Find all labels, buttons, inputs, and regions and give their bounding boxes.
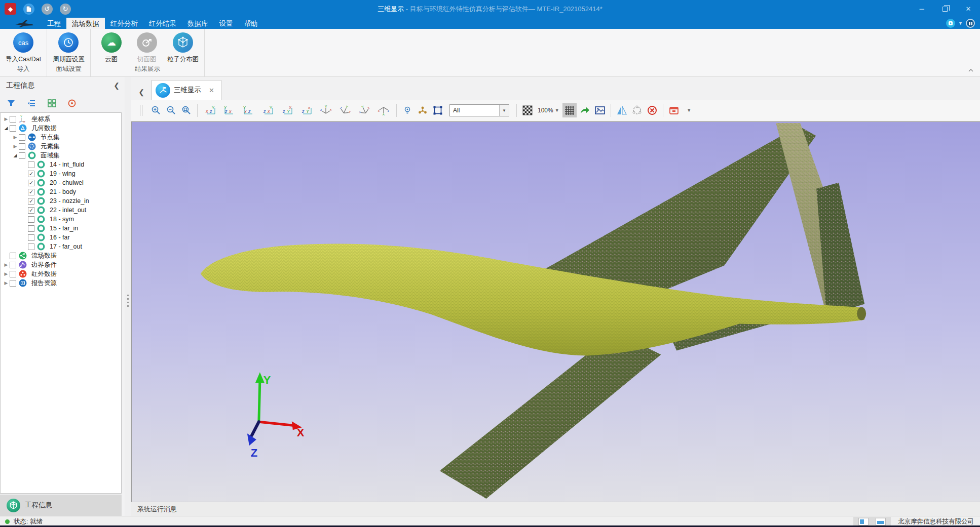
tree-checkbox[interactable]: ✓ — [28, 198, 34, 205]
minimize-button[interactable]: ─ — [910, 0, 933, 18]
tree-item-label[interactable]: 流场数据 — [31, 252, 57, 260]
tree-checkbox[interactable] — [28, 225, 34, 232]
expander-icon[interactable]: ▶ — [3, 116, 10, 121]
view-top-button[interactable]: zYX — [278, 103, 296, 117]
zoom-level-dropdown[interactable]: 100%▼ — [536, 103, 561, 117]
tree-item-label[interactable]: 16 - far — [50, 234, 70, 241]
ribbon-button[interactable]: 周期面设置 — [50, 31, 87, 64]
particle-nodes-button[interactable] — [416, 103, 430, 117]
tree-checkbox[interactable] — [10, 280, 16, 287]
view-left-button[interactable]: xzY — [240, 103, 258, 117]
tree-checkbox[interactable] — [19, 152, 25, 159]
lasso-button[interactable] — [630, 103, 644, 117]
tree-item-label[interactable]: 23 - nozzle_in — [50, 197, 89, 205]
close-button[interactable]: ✕ — [957, 0, 980, 18]
layout-split-vertical-icon[interactable] — [858, 518, 869, 525]
filter-icon[interactable] — [6, 98, 16, 108]
panel-bottom-tab[interactable]: 工程信息 — [0, 495, 122, 516]
menu-item-3[interactable]: 红外分析 — [105, 18, 143, 29]
tree-checkbox[interactable] — [28, 216, 34, 223]
tree-checkbox[interactable]: ✓ — [28, 207, 34, 214]
layout-icon[interactable] — [966, 19, 975, 28]
light-probe-button[interactable] — [400, 103, 414, 117]
theme-dropdown-caret[interactable]: ▼ — [958, 21, 963, 26]
restore-button[interactable] — [933, 0, 957, 18]
expander-icon[interactable]: ▶ — [12, 144, 19, 149]
view-iso-4-button[interactable]: Yzx — [374, 103, 393, 117]
tree-item-label[interactable]: 15 - far_in — [50, 225, 78, 232]
layout-split-horizontal-icon[interactable] — [876, 518, 886, 525]
tree-item-label[interactable]: 面域集 — [41, 151, 60, 160]
tree-checkbox[interactable]: ✓ — [28, 171, 34, 177]
view-iso-2-button[interactable]: Yzx — [336, 103, 354, 117]
panel-splitter[interactable] — [125, 77, 131, 516]
tree-checkbox[interactable] — [10, 262, 16, 268]
zoom-out-button[interactable] — [164, 103, 178, 117]
menu-item-5[interactable]: 数据库 — [182, 18, 214, 29]
menu-item-1[interactable]: 工程 — [42, 18, 66, 29]
tree-item-label[interactable]: 17 - far_out — [50, 243, 82, 250]
tab-3d-view[interactable]: 三维显示 ✕ — [152, 80, 221, 100]
ribbon-collapse-button[interactable] — [968, 65, 974, 74]
ribbon-button[interactable]: cas导入Cas/Dat — [3, 31, 44, 64]
redo-icon[interactable]: ↻ — [60, 4, 71, 15]
panel-collapse-icon[interactable]: ❮ — [114, 82, 120, 90]
combo-dropdown-icon[interactable]: ▼ — [499, 105, 509, 116]
tree-checkbox[interactable] — [19, 143, 25, 150]
view-zx-button[interactable]: zxY — [220, 103, 239, 117]
box-select-button[interactable] — [431, 103, 445, 117]
expander-icon[interactable]: ▶ — [3, 280, 10, 286]
menu-item-7[interactable]: 帮助 — [239, 18, 263, 29]
view-right-button[interactable]: zxY — [259, 103, 277, 117]
outline-list-icon[interactable] — [26, 98, 36, 108]
view-iso-1-button[interactable]: Yzx — [317, 103, 335, 117]
tab-scroll-left-icon[interactable]: ❮ — [131, 85, 152, 100]
view-bottom-button[interactable]: zYx — [297, 103, 316, 117]
record-dropdown-caret[interactable]: ▼ — [682, 103, 696, 117]
mesh-toggle-button[interactable] — [562, 103, 577, 117]
tree-item-label[interactable]: 20 - chuiwei — [50, 179, 84, 186]
tree-item-label[interactable]: 节点集 — [41, 133, 60, 142]
tree-checkbox[interactable] — [10, 271, 16, 277]
new-file-icon[interactable] — [23, 4, 34, 15]
tree-item-label[interactable]: 18 - sym — [50, 216, 74, 223]
export-arrow-button[interactable] — [578, 103, 592, 117]
tree-checkbox[interactable] — [28, 234, 34, 241]
menu-item-4[interactable]: 红外结果 — [143, 18, 182, 29]
mirror-button[interactable] — [615, 103, 629, 117]
tree-item-label[interactable]: 红外数据 — [31, 270, 57, 278]
record-box-button[interactable] — [667, 103, 681, 117]
tree-item-label[interactable]: 14 - int_fluid — [50, 161, 84, 168]
tree-item-label[interactable]: 22 - inlet_out — [50, 207, 86, 214]
expander-icon[interactable]: ▶ — [3, 262, 10, 267]
expander-icon[interactable]: ◢ — [3, 126, 10, 131]
tree-checkbox[interactable] — [28, 161, 34, 168]
toolbar-drag-handle[interactable] — [134, 103, 148, 117]
tree-checkbox[interactable] — [10, 125, 16, 132]
view-xz-button[interactable]: xzY — [201, 103, 219, 117]
tree-item-label[interactable]: 报告资源 — [31, 279, 57, 288]
tree-checkbox[interactable] — [19, 134, 25, 141]
expander-icon[interactable]: ◢ — [12, 153, 19, 158]
tree-item-label[interactable]: 21 - body — [50, 188, 76, 195]
tree-checkbox[interactable]: ✓ — [28, 189, 34, 195]
tab-close-icon[interactable]: ✕ — [209, 87, 214, 94]
tree-checkbox[interactable] — [10, 116, 16, 123]
theme-icon[interactable] — [946, 19, 955, 28]
grid-view-icon[interactable] — [47, 98, 57, 108]
ribbon-button[interactable]: ☁云图 — [94, 31, 129, 64]
view-iso-3-button[interactable]: Yzx — [355, 103, 373, 117]
tree-checkbox[interactable] — [28, 244, 34, 250]
tree-item-label[interactable]: 几何数据 — [31, 124, 57, 133]
app-icon[interactable]: ◆ — [5, 3, 16, 15]
tree-item-label[interactable]: 坐标系 — [31, 115, 51, 124]
target-icon[interactable] — [67, 98, 77, 108]
tree-item-label[interactable]: 19 - wing — [50, 170, 76, 177]
zoom-fit-button[interactable] — [179, 103, 194, 117]
expander-icon[interactable]: ▶ — [12, 135, 19, 140]
menu-item-6[interactable]: 设置 — [214, 18, 239, 29]
pattern-button[interactable] — [520, 103, 535, 117]
tree-checkbox[interactable] — [10, 253, 16, 259]
zoom-in-button[interactable] — [149, 103, 163, 117]
tree-item-label[interactable]: 边界条件 — [31, 261, 57, 269]
